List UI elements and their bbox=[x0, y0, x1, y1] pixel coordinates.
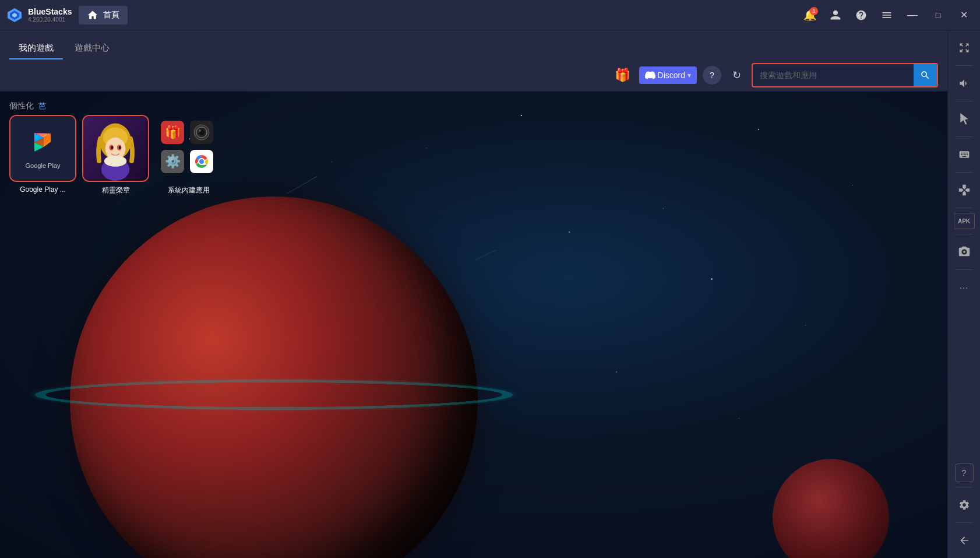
sidebar-divider-9 bbox=[956, 522, 973, 523]
google-play-label: Google Play ... bbox=[20, 185, 66, 194]
home-label: 首頁 bbox=[103, 10, 119, 20]
search-button[interactable] bbox=[914, 64, 937, 86]
sidebar-expand-button[interactable] bbox=[951, 35, 977, 61]
anime-character-icon bbox=[83, 115, 148, 182]
title-bar: BlueStacks 4.260.20.4001 首頁 🔔 1 bbox=[0, 0, 980, 30]
chrome-icon-svg bbox=[192, 152, 211, 171]
anime-game-bg bbox=[83, 115, 148, 182]
app-name: BlueStacks bbox=[28, 7, 72, 17]
app-version: 4.260.20.4001 bbox=[28, 16, 72, 23]
help-button[interactable] bbox=[851, 5, 872, 26]
svg-point-26 bbox=[963, 251, 965, 253]
main-layout: 我的遊戲 遊戲中心 🎁 Discord ▾ ? ↻ bbox=[0, 30, 980, 558]
back-arrow-icon bbox=[958, 535, 970, 546]
system-apps-grid: 🎁 bbox=[155, 115, 222, 182]
right-sidebar: APK ··· ? bbox=[947, 30, 980, 558]
sidebar-more-button[interactable]: ··· bbox=[951, 275, 977, 300]
help-circle-button[interactable]: ? bbox=[703, 66, 721, 85]
sidebar-help-button[interactable]: ? bbox=[955, 464, 974, 482]
sidebar-screenshot-button[interactable] bbox=[951, 239, 977, 265]
background-scene: 個性化 芭 bbox=[0, 92, 947, 558]
system-apps-icon-wrap: 🎁 bbox=[155, 115, 222, 182]
home-tab[interactable]: 首頁 bbox=[79, 6, 128, 24]
svg-point-15 bbox=[111, 146, 113, 149]
menu-button[interactable] bbox=[876, 5, 897, 26]
sidebar-divider-5 bbox=[956, 208, 973, 208]
close-button[interactable]: ✕ bbox=[953, 5, 974, 26]
home-icon bbox=[87, 9, 98, 21]
svg-point-18 bbox=[104, 156, 127, 167]
bluestacks-logo-icon bbox=[6, 6, 23, 24]
discord-button[interactable]: Discord ▾ bbox=[639, 66, 697, 84]
tab-my-games[interactable]: 我的遊戲 bbox=[9, 37, 63, 59]
apk-label: APK bbox=[958, 218, 970, 224]
sidebar-divider-3 bbox=[956, 136, 973, 137]
more-icon: ··· bbox=[960, 283, 968, 292]
search-icon bbox=[920, 70, 930, 80]
google-play-logo bbox=[29, 128, 58, 157]
svg-point-16 bbox=[119, 146, 121, 149]
lens-icon bbox=[193, 124, 210, 141]
sidebar-divider-7 bbox=[956, 269, 973, 270]
gift-button[interactable]: 🎁 bbox=[612, 65, 633, 86]
sidebar-divider-6 bbox=[956, 234, 973, 234]
help-circle-icon bbox=[855, 9, 867, 21]
sidebar-divider-4 bbox=[956, 172, 973, 173]
app-tile-google-play[interactable]: Google Play Google Play ... bbox=[9, 115, 76, 194]
svg-point-22 bbox=[199, 129, 201, 132]
title-bar-actions: 🔔 1 — □ ✕ bbox=[799, 5, 974, 26]
sidebar-keyboard-button[interactable] bbox=[951, 142, 977, 167]
help-question-icon: ? bbox=[962, 468, 967, 478]
sidebar-divider-1 bbox=[956, 65, 973, 66]
sidebar-volume-button[interactable] bbox=[951, 71, 977, 96]
section-edit-button[interactable]: 芭 bbox=[38, 101, 46, 111]
app-tile-system-apps[interactable]: 🎁 bbox=[155, 115, 222, 195]
account-button[interactable] bbox=[825, 5, 846, 26]
toolbar: 🎁 Discord ▾ ? ↻ bbox=[0, 59, 947, 92]
restore-button[interactable]: □ bbox=[928, 5, 949, 26]
account-icon bbox=[830, 9, 841, 21]
hamburger-icon bbox=[881, 9, 893, 21]
gamepad-icon bbox=[958, 184, 971, 196]
expand-icon bbox=[958, 42, 970, 54]
sidebar-divider-2 bbox=[956, 101, 973, 101]
sidebar-settings-button[interactable] bbox=[951, 492, 977, 518]
notification-badge: 1 bbox=[810, 7, 818, 15]
content-area: 我的遊戲 遊戲中心 🎁 Discord ▾ ? ↻ bbox=[0, 30, 947, 558]
app-grid: Google Play Google Play ... bbox=[9, 115, 222, 195]
system-app-chrome-icon bbox=[190, 150, 213, 173]
system-app-settings-icon: ⚙️ bbox=[161, 150, 184, 173]
section-label-text: 個性化 bbox=[9, 101, 34, 111]
tab-bar: 我的遊戲 遊戲中心 bbox=[0, 30, 947, 59]
sidebar-back-button[interactable] bbox=[951, 528, 977, 553]
content-overlay: 個性化 芭 bbox=[0, 92, 947, 558]
app-tile-anime-game[interactable]: 精靈榮章 bbox=[82, 115, 149, 195]
search-container bbox=[752, 63, 938, 87]
anime-game-label: 精靈榮章 bbox=[102, 185, 130, 195]
search-input[interactable] bbox=[753, 66, 914, 85]
anime-game-icon-wrap bbox=[82, 115, 149, 182]
volume-icon bbox=[958, 78, 970, 89]
svg-point-25 bbox=[199, 159, 204, 164]
minimize-button[interactable]: — bbox=[902, 5, 923, 26]
cursor-icon bbox=[958, 113, 970, 125]
system-apps-label: 系統內建應用 bbox=[168, 185, 210, 195]
google-play-text: Google Play bbox=[26, 162, 61, 169]
refresh-button[interactable]: ↻ bbox=[727, 66, 746, 85]
settings-gear-icon bbox=[958, 499, 970, 511]
sidebar-gamepad-button[interactable] bbox=[951, 177, 977, 203]
screenshot-icon bbox=[958, 245, 971, 258]
sidebar-pointer-button[interactable] bbox=[951, 106, 977, 132]
app-logo: BlueStacks 4.260.20.4001 bbox=[6, 6, 72, 24]
sidebar-divider-8 bbox=[956, 487, 973, 487]
google-play-app-icon-wrap: Google Play bbox=[9, 115, 76, 182]
google-play-bg: Google Play bbox=[10, 115, 75, 182]
discord-label: Discord bbox=[658, 71, 685, 80]
system-app-gift-icon: 🎁 bbox=[161, 121, 184, 144]
tab-game-center[interactable]: 遊戲中心 bbox=[65, 37, 119, 59]
discord-icon bbox=[645, 70, 655, 80]
notifications-button[interactable]: 🔔 1 bbox=[799, 5, 820, 26]
sidebar-apk-button[interactable]: APK bbox=[954, 213, 975, 229]
system-app-camera-icon bbox=[190, 121, 213, 144]
keyboard-icon bbox=[958, 149, 970, 160]
